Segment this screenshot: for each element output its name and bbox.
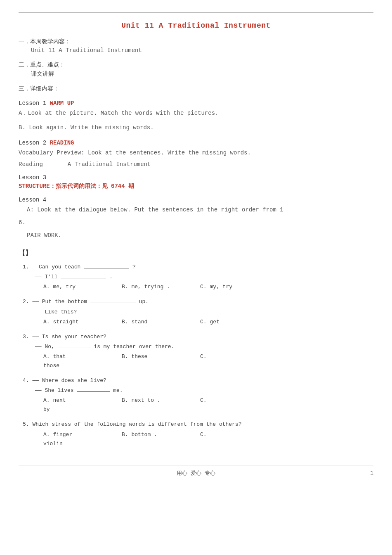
reading-label: Reading: [19, 161, 43, 168]
section-three: 三．详细内容：: [19, 85, 373, 92]
section-two-content: 课文讲解: [19, 70, 373, 78]
section-two: 二．重点、难点： 课文讲解: [19, 61, 373, 78]
blank-1b: [61, 273, 106, 278]
exercise-2-options: A. straight B. stand C. get: [23, 318, 373, 327]
section-three-header: 三．详细内容：: [19, 85, 373, 92]
lesson-2: Lesson 2 READING Vocabulary Preview: Loo…: [19, 140, 373, 167]
exercise-2-option-b: B. stand: [122, 318, 184, 327]
exercise-5: 5. Which stress of the following words i…: [19, 420, 373, 448]
exercise-4: 4. —— Where does she live? —— She lives …: [19, 376, 373, 414]
lesson-2-highlight: READING: [50, 140, 74, 146]
exercise-2-option-a: A. straight: [43, 318, 105, 327]
exercise-2-question: 2. —— Put the bottom up.: [23, 297, 373, 306]
exercise-4-option-a: A. next: [43, 396, 105, 405]
lesson-1-item-b: B. Look again. Write the missing words.: [19, 123, 373, 133]
exercise-3-those: those: [23, 361, 373, 370]
lesson-3-highlight: STRUCTURE：指示代词的用法：见 6744 期: [19, 183, 134, 190]
page-footer: 用心 爱心 专心 1: [19, 465, 373, 477]
blank-1a: [84, 263, 129, 268]
exercise-3-option-a: A. that: [43, 352, 105, 361]
exercise-1-option-c: C. my, try: [200, 282, 262, 292]
exercise-3-sub: —— No, is my teacher over there.: [23, 342, 373, 351]
exercise-2: 2. —— Put the bottom up. —— Like this? A…: [19, 297, 373, 326]
exercise-5-option-a: A. finger: [43, 430, 105, 439]
section-two-header: 二．重点、难点：: [19, 61, 373, 69]
exercise-5-option-b: B. bottom .: [122, 430, 184, 439]
exercise-4-options: A. next B. next to . C.: [23, 396, 373, 405]
exercise-1-options: A. me, try B. me, trying . C. my, try: [23, 282, 373, 292]
lesson-4-item-b: 6.: [19, 218, 373, 228]
section-one: 一．本周教学内容： Unit 11 A Traditional Instrume…: [19, 38, 373, 54]
exercise-4-option-c: C.: [200, 396, 262, 405]
exercise-3-option-b: B. these: [122, 352, 184, 361]
lesson-2-vocab: Vocabulary Preview: Look at the sentence…: [19, 148, 373, 158]
reading-title: A Traditional Instrument: [68, 161, 151, 168]
lesson-2-text: Lesson 2: [19, 140, 50, 146]
section-one-content: Unit 11 A Traditional Instrument: [19, 47, 373, 54]
lesson-4-item-a: A: Look at the dialogue below. Put the s…: [19, 205, 373, 215]
lesson-3-structure: STRUCTURE：指示代词的用法：见 6744 期: [19, 183, 373, 190]
page-title: Unit 11 A Traditional Instrument: [19, 21, 373, 30]
lesson-1-label: Lesson 1 WARM UP: [19, 100, 373, 107]
exercises-section: 【】 1. ——Can you teach ? —— I'll . A. me,…: [19, 249, 373, 448]
lesson-2-reading-row: Reading A Traditional Instrument: [19, 161, 373, 168]
section-one-header: 一．本周教学内容：: [19, 38, 373, 45]
exercise-1-option-a: A. me, try: [43, 282, 105, 292]
exercise-1-option-b: B. me, trying .: [122, 282, 184, 292]
exercise-3-option-c: C.: [200, 352, 262, 361]
lesson-3-label: Lesson 3: [19, 174, 373, 181]
exercise-5-violin: violin: [23, 439, 373, 448]
exercise-2-option-c: C. get: [200, 318, 262, 327]
exercise-4-question: 4. —— Where does she live?: [23, 376, 373, 385]
lesson-3: Lesson 3 STRUCTURE：指示代词的用法：见 6744 期: [19, 174, 373, 190]
page-number: 1: [370, 470, 373, 476]
exercise-1-question: 1. ——Can you teach ?: [23, 263, 373, 272]
lesson-1: Lesson 1 WARM UP A．Look at the picture. …: [19, 100, 373, 133]
exercise-3-options: A. that B. these C.: [23, 352, 373, 361]
exercise-4-by: by: [23, 405, 373, 414]
blank-3a: [58, 342, 91, 348]
page-container: Unit 11 A Traditional Instrument 一．本周教学内…: [10, 0, 382, 502]
exercise-2-sub: —— Like this?: [23, 308, 373, 317]
lesson-4: Lesson 4 A: Look at the dialogue below. …: [19, 197, 373, 241]
lesson-4-label: Lesson 4: [19, 197, 373, 203]
exercise-3-question: 3. —— Is she your teacher?: [23, 332, 373, 342]
top-line: [19, 12, 373, 13]
lesson-1-item-a: A．Look at the picture. Match the words w…: [19, 108, 373, 119]
blank-2a: [90, 297, 136, 303]
exercise-1: 1. ——Can you teach ? —— I'll . A. me, tr…: [19, 263, 373, 292]
lesson-4-pair-work: PAIR WORK.: [19, 230, 373, 241]
exercise-5-options: A. finger B. bottom . C.: [23, 430, 373, 439]
lesson-1-text: Lesson 1: [19, 100, 50, 107]
bracket-title: 【】: [19, 249, 373, 258]
exercise-4-sub: —— She lives me.: [23, 386, 373, 395]
lesson-1-highlight: WARM UP: [50, 100, 74, 107]
blank-4a: [77, 386, 110, 392]
footer-text: 用心 爱心 专心: [177, 470, 215, 477]
exercise-1-sub: —— I'll .: [23, 273, 373, 282]
lesson-2-label: Lesson 2 READING: [19, 140, 373, 146]
exercise-5-option-c: C.: [200, 430, 262, 439]
exercise-3: 3. —— Is she your teacher? —— No, is my …: [19, 332, 373, 370]
exercise-4-option-b: B. next to .: [122, 396, 184, 405]
exercise-5-question: 5. Which stress of the following words i…: [23, 420, 373, 429]
